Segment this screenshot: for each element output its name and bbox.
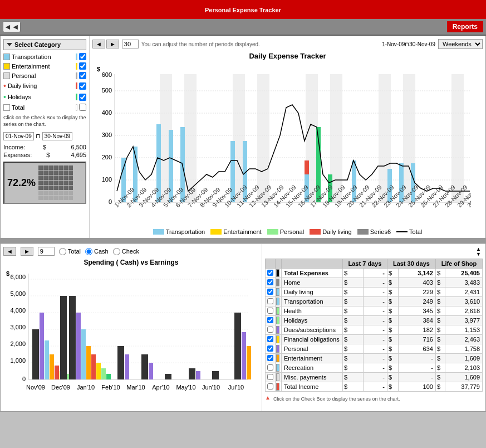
chart-svg-container: $ 0 100 200 300 400 500 600 [92,63,483,226]
cat-checkbox-total[interactable] [79,104,86,111]
header-bar: ◄◄ Reports [0,19,486,36]
row-checkbox-4[interactable] [266,306,276,316]
cat-label-personal: Personal [12,72,74,79]
row-dollar-last30-3: $ [387,297,398,306]
row-dollar-life-8: $ [435,344,445,354]
row-checkbox-7[interactable] [266,335,276,344]
cat-checkbox-holidays[interactable] [79,94,86,101]
svg-rect-108 [189,368,195,379]
row-label-10: Recreation [282,363,343,373]
select-category-btn[interactable]: Select Category [3,39,86,50]
row-checkbox-10[interactable] [266,363,276,373]
th-category [282,259,343,269]
row-checkbox-12[interactable] [266,382,276,392]
row-checkbox-3[interactable] [266,297,276,306]
svg-rect-104 [125,354,129,379]
svg-text:2,000: 2,000 [10,340,26,347]
top-chart-area: ◄ ► You can adjust the number of periods… [90,36,485,238]
top-section: Select Category Transportation Entertain… [1,36,485,239]
date-range-container: 01-Nov-09 ⊓ 30-Nov-09 [3,132,86,140]
row-color-5 [276,316,282,325]
percentage-text: 72.2% [7,177,36,189]
reports-button[interactable]: Reports [447,21,483,32]
category-total: Total [3,103,86,112]
row-checkbox-1[interactable] [266,278,276,288]
radio-cash-input[interactable] [85,248,92,255]
row-color-8 [276,344,282,354]
row-label-4: Health [282,306,343,316]
svg-text:$: $ [97,66,100,72]
periods-input[interactable] [122,40,139,48]
income-value: 6,500 [64,144,86,150]
cat-checkbox-transportation[interactable] [79,53,86,60]
legend-label-daily-living: Daily living [322,228,352,235]
bottom-left-panel: ◄ ► Total Cash Check Spending ( Cash) vs… [1,244,262,411]
row-last7-0: - [364,269,387,278]
row-color-7 [276,335,282,344]
row-checkbox-8[interactable] [266,344,276,354]
date-end: 30-Nov-09 [42,132,73,140]
financials: Income: $ 6,500 Expenses: $ 4,695 [3,143,86,159]
row-last7-6: - [364,325,387,335]
row-life-0: 25,405 [445,269,483,278]
row-checkbox-6[interactable] [266,325,276,335]
row-last7-7: - [364,335,387,344]
row-dollar-life-6: $ [435,325,445,335]
svg-text:400: 400 [102,109,112,116]
row-life-8: 1,758 [445,344,483,354]
row-checkbox-9[interactable] [266,354,276,363]
row-dollar-last7-3: $ [343,297,364,306]
radio-total-label: Total [68,248,81,255]
row-label-3: Transportation [282,297,343,306]
svg-rect-94 [60,296,67,379]
radio-cash-label: Cash [94,248,109,255]
bottom-next-btn[interactable]: ► [21,247,33,256]
svg-rect-91 [55,366,59,379]
cat-checkbox-personal[interactable] [79,72,86,79]
row-label-0: Total Expenses [282,269,343,278]
row-life-11: 1,609 [445,373,483,382]
radio-check-input[interactable] [113,248,120,255]
bottom-prev-btn[interactable]: ◄ [3,247,16,256]
cat-color-personal [3,72,10,79]
row-checkbox-5[interactable] [266,316,276,325]
cat-bar-holidays [76,94,77,100]
chart-next-btn[interactable]: ► [106,40,119,48]
row-life-9: 1,609 [445,354,483,363]
radio-total-input[interactable] [59,248,66,255]
svg-text:Feb'10: Feb'10 [101,384,120,391]
table-row: Transportation $ - $ 249 $ 3,610 [266,297,483,306]
table-row: Daily living $ - $ 229 $ 2,431 [266,288,483,297]
row-checkbox-0[interactable] [266,269,276,278]
svg-text:5,000: 5,000 [10,290,26,297]
row-dollar-last7-12: $ [343,382,364,392]
weekends-select[interactable]: Weekends [438,39,483,49]
svg-rect-88 [40,313,44,379]
row-life-7: 2,463 [445,335,483,344]
svg-rect-89 [45,340,49,379]
row-label-2: Daily living [282,288,343,297]
svg-rect-99 [91,354,96,379]
cat-checkbox-daily-living[interactable] [79,82,86,90]
svg-text:Jan'10: Jan'10 [77,384,95,391]
back-button[interactable]: ◄◄ [3,21,21,32]
table-row: Misc. payments $ - $ - $ 1,609 [266,373,483,382]
svg-text:6,000: 6,000 [10,274,26,280]
row-life-6: 1,153 [445,325,483,335]
svg-rect-97 [81,329,86,379]
svg-text:$: $ [6,270,9,277]
sort-arrows[interactable]: ▲ ▼ [476,247,481,257]
header-title: Personal Expense Tracker [0,0,486,19]
row-checkbox-2[interactable] [266,288,276,297]
bottom-periods-input[interactable] [38,247,55,256]
row-checkbox-11[interactable] [266,373,276,382]
date-range-row: 01-Nov-09 ⊓ 30-Nov-09 [3,132,86,140]
row-dollar-last30-4: $ [387,306,398,316]
cat-checkbox-entertainment[interactable] [79,62,86,70]
chart-prev-btn[interactable]: ◄ [92,40,105,48]
legend-label-entertainment: Entertainment [223,228,261,235]
row-last7-1: - [364,278,387,288]
row-dollar-last7-7: $ [343,335,364,344]
row-label-11: Misc. payments [282,373,343,382]
cat-bar-total [76,104,77,111]
